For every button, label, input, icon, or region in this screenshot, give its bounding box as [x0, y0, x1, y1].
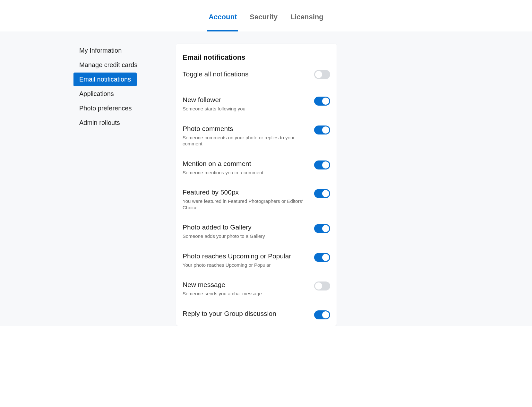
toggle-featured[interactable]: [314, 189, 330, 198]
notif-row-photo-comments: Photo comments Someone comments on your …: [183, 118, 330, 153]
notif-row-upcoming-popular: Photo reaches Upcoming or Popular Your p…: [183, 246, 330, 275]
toggle-added-gallery[interactable]: [314, 224, 330, 233]
toggle-all-row: Toggle all notifications: [183, 69, 330, 87]
toggle-photo-comments[interactable]: [314, 126, 330, 134]
notif-row-new-message: New message Someone sends you a chat mes…: [183, 274, 330, 303]
notif-desc: Someone sends you a chat message: [183, 290, 309, 297]
sidebar-item-email-notifications[interactable]: Email notifications: [73, 73, 137, 86]
notif-row-new-follower: New follower Someone starts following yo…: [183, 90, 330, 118]
notif-desc: Someone starts following you: [183, 106, 309, 112]
notifications-panel: Email notifications Toggle all notificat…: [176, 44, 337, 326]
tab-account[interactable]: Account: [207, 13, 238, 31]
notif-desc: Your photo reaches Upcoming or Popular: [183, 262, 309, 268]
notif-desc: Someone mentions you in a comment: [183, 169, 309, 176]
notif-row-featured: Featured by 500px You were featured in F…: [183, 182, 330, 217]
panel-title: Email notifications: [183, 53, 330, 62]
sidebar-item-applications[interactable]: Applications: [73, 87, 120, 101]
top-tabs: Account Security Licensing: [0, 0, 532, 31]
content-wrap: My Information Manage credit cards Email…: [73, 44, 459, 326]
notif-title: New message: [183, 281, 309, 289]
notif-row-reply-group: Reply to your Group discussion: [183, 303, 330, 319]
toggle-upcoming-popular[interactable]: [314, 253, 330, 262]
sidebar: My Information Manage credit cards Email…: [73, 44, 163, 326]
notif-title: Reply to your Group discussion: [183, 310, 309, 317]
notif-title: Photo added to Gallery: [183, 223, 309, 231]
notif-title: Featured by 500px: [183, 188, 309, 196]
toggle-new-message[interactable]: [314, 281, 330, 290]
sidebar-list: My Information Manage credit cards Email…: [73, 44, 163, 130]
notif-row-added-gallery: Photo added to Gallery Someone adds your…: [183, 217, 330, 246]
toggle-all-switch[interactable]: [314, 70, 330, 79]
sidebar-item-manage-credit-cards[interactable]: Manage credit cards: [73, 58, 143, 72]
notif-desc: Someone adds your photo to a Gallery: [183, 233, 309, 239]
notif-desc: Someone comments on your photo or replie…: [183, 134, 309, 147]
notif-title: Photo comments: [183, 125, 309, 133]
toggle-new-follower[interactable]: [314, 97, 330, 106]
sidebar-item-photo-preferences[interactable]: Photo preferences: [73, 101, 137, 115]
notif-title: Mention on a comment: [183, 160, 309, 168]
toggle-mention-comment[interactable]: [314, 160, 330, 169]
sidebar-item-my-information[interactable]: My Information: [73, 44, 127, 57]
sidebar-item-admin-rollouts[interactable]: Admin rollouts: [73, 116, 126, 130]
notif-title: New follower: [183, 96, 309, 104]
tab-security[interactable]: Security: [248, 13, 279, 31]
toggle-all-label: Toggle all notifications: [183, 70, 248, 78]
tab-licensing[interactable]: Licensing: [289, 13, 325, 31]
toggle-reply-group[interactable]: [314, 310, 330, 319]
notif-row-mention-comment: Mention on a comment Someone mentions yo…: [183, 153, 330, 182]
notif-desc: You were featured in Featured Photograph…: [183, 198, 309, 211]
page-body: My Information Manage credit cards Email…: [0, 31, 532, 326]
notif-title: Photo reaches Upcoming or Popular: [183, 252, 309, 260]
